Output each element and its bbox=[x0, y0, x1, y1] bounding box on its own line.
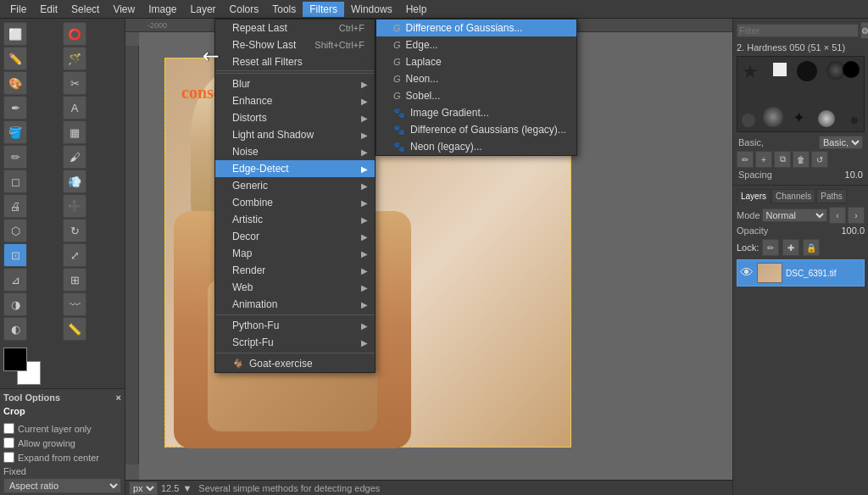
tool-paintbrush[interactable]: 🖌 bbox=[63, 145, 86, 169]
color-chips bbox=[3, 348, 41, 385]
mode-prev-btn[interactable]: ‹ bbox=[829, 207, 846, 224]
web-item[interactable]: Web bbox=[215, 279, 375, 296]
script-fu-item[interactable]: Script-Fu bbox=[215, 334, 375, 351]
brush-refresh-btn[interactable]: ↺ bbox=[811, 151, 828, 168]
neon-legacy-item[interactable]: 🐾 Neon (legacy)... bbox=[376, 138, 576, 155]
layers-panel: Layers Channels Paths Mode Normal ‹ › Op… bbox=[733, 186, 868, 495]
goat-exercise-item[interactable]: 🐐 Goat-exercise bbox=[215, 355, 375, 372]
fixed-select[interactable]: Aspect ratio bbox=[3, 478, 121, 493]
tool-select-by-color[interactable]: 🎨 bbox=[3, 71, 27, 95]
map-item[interactable]: Map bbox=[215, 245, 375, 262]
mode-next-btn[interactable]: › bbox=[848, 207, 865, 224]
tool-pencil[interactable]: ✏ bbox=[3, 145, 27, 169]
combine-item[interactable]: Combine bbox=[215, 194, 375, 211]
diff-gaussians-legacy-item[interactable]: 🐾 Difference of Gaussians (legacy)... bbox=[376, 121, 576, 138]
layer-name: DSC_6391.tif bbox=[786, 269, 861, 278]
tool-blend[interactable]: ▦ bbox=[63, 120, 86, 144]
zoom-arrow[interactable]: ▼ bbox=[182, 483, 192, 493]
blur-item[interactable]: Blur bbox=[215, 75, 375, 92]
tool-options-close[interactable]: × bbox=[116, 392, 121, 403]
lock-all-btn[interactable]: 🔒 bbox=[803, 239, 820, 256]
unit-select[interactable]: px bbox=[129, 481, 158, 495]
image-gradient-item[interactable]: 🐾 Image Gradient... bbox=[376, 104, 576, 121]
edge-detect-item[interactable]: Edge-Detect bbox=[215, 160, 375, 177]
tool-paths[interactable]: ✒ bbox=[3, 96, 27, 120]
menu-file[interactable]: File bbox=[3, 2, 33, 17]
laplace-item[interactable]: G Laplace bbox=[376, 53, 576, 70]
tool-blur-sharpen[interactable]: ◑ bbox=[3, 292, 27, 316]
tool-text[interactable]: A bbox=[63, 96, 86, 120]
tool-heal[interactable]: ➕ bbox=[63, 194, 86, 218]
brush-edit-btn[interactable]: ✏ bbox=[737, 151, 754, 168]
tool-free-select[interactable]: ✏️ bbox=[3, 47, 27, 70]
filters-menu[interactable]: Repeat Last Ctrl+F Re-Show Last Shift+Ct… bbox=[214, 19, 376, 373]
tool-transform[interactable]: ⊞ bbox=[63, 268, 86, 292]
edge-item[interactable]: G Edge... bbox=[376, 36, 576, 53]
menu-view[interactable]: View bbox=[106, 2, 142, 17]
tool-scale[interactable]: ⤢ bbox=[63, 243, 86, 267]
python-fu-item[interactable]: Python-Fu bbox=[215, 317, 375, 334]
tool-bucket-fill[interactable]: 🪣 bbox=[3, 120, 27, 144]
tool-scissors[interactable]: ✂ bbox=[63, 71, 86, 95]
brush-options-btn[interactable]: ⚙ bbox=[860, 22, 868, 39]
tool-airbrush[interactable]: 💨 bbox=[63, 170, 86, 193]
sobel-item[interactable]: G Sobel... bbox=[376, 87, 576, 104]
menu-filters[interactable]: Filters bbox=[303, 2, 344, 17]
reshow-last-item[interactable]: Re-Show Last Shift+Ctrl+F bbox=[215, 36, 375, 53]
tool-crop[interactable]: ⊡ bbox=[3, 243, 27, 267]
tool-dodge-burn[interactable]: ◐ bbox=[3, 317, 27, 341]
brush-delete-btn[interactable]: 🗑 bbox=[793, 151, 810, 168]
tool-perspective[interactable]: ⬡ bbox=[3, 219, 27, 242]
tab-paths[interactable]: Paths bbox=[816, 189, 847, 203]
layer-item[interactable]: 👁 DSC_6391.tif bbox=[737, 259, 865, 286]
animation-item[interactable]: Animation bbox=[215, 296, 375, 313]
tool-rect-select[interactable]: ⬜ bbox=[3, 22, 27, 46]
diff-gaussians-item[interactable]: G Difference of Gaussians... bbox=[376, 19, 576, 36]
light-shadow-item[interactable]: Light and Shadow bbox=[215, 126, 375, 143]
menu-colors[interactable]: Colors bbox=[223, 2, 266, 17]
preset-row: Basic, Basic, bbox=[737, 136, 865, 149]
repeat-last-item[interactable]: Repeat Last Ctrl+F bbox=[215, 19, 375, 36]
generic-item[interactable]: Generic bbox=[215, 177, 375, 194]
decor-item[interactable]: Decor bbox=[215, 228, 375, 245]
mode-select[interactable]: Normal bbox=[762, 209, 827, 222]
tool-ellipse-select[interactable]: ⭕ bbox=[63, 22, 86, 46]
menu-image[interactable]: Image bbox=[142, 2, 183, 17]
tool-shear[interactable]: ⊿ bbox=[3, 268, 27, 292]
enhance-item[interactable]: Enhance bbox=[215, 92, 375, 109]
expand-from-center-checkbox[interactable] bbox=[3, 452, 14, 463]
allow-growing-checkbox[interactable] bbox=[3, 437, 14, 448]
tool-eraser[interactable]: ◻ bbox=[3, 170, 27, 193]
menu-windows[interactable]: Windows bbox=[344, 2, 399, 17]
tool-clone[interactable]: 🖨 bbox=[3, 194, 27, 218]
distorts-item[interactable]: Distorts bbox=[215, 109, 375, 126]
neon-item[interactable]: G Neon... bbox=[376, 70, 576, 87]
repeat-last-shortcut: Ctrl+F bbox=[339, 23, 364, 33]
current-layer-checkbox[interactable] bbox=[3, 423, 14, 434]
menu-layer[interactable]: Layer bbox=[184, 2, 223, 17]
tool-fuzzy-select[interactable]: 🪄 bbox=[63, 47, 86, 70]
menu-edit[interactable]: Edit bbox=[33, 2, 64, 17]
brush-filter-input[interactable] bbox=[737, 24, 859, 37]
menu-select[interactable]: Select bbox=[64, 2, 106, 17]
preset-select[interactable]: Basic, bbox=[819, 136, 863, 149]
tool-smudge[interactable]: 〰 bbox=[63, 292, 86, 316]
neon-icon: G bbox=[393, 74, 401, 84]
menu-help[interactable]: Help bbox=[399, 2, 434, 17]
reset-all-item[interactable]: Reset all Filters bbox=[215, 53, 375, 70]
layer-visibility-icon[interactable]: 👁 bbox=[740, 265, 754, 281]
lock-pixels-btn[interactable]: ✏ bbox=[762, 239, 779, 256]
render-item[interactable]: Render bbox=[215, 262, 375, 279]
tab-channels[interactable]: Channels bbox=[771, 189, 815, 203]
brush-new-btn[interactable]: + bbox=[755, 151, 772, 168]
tab-layers[interactable]: Layers bbox=[737, 189, 771, 203]
artistic-item[interactable]: Artistic bbox=[215, 211, 375, 228]
fg-color-chip[interactable] bbox=[3, 348, 27, 371]
tool-rotate[interactable]: ↻ bbox=[63, 219, 86, 242]
tool-measure[interactable]: 📏 bbox=[63, 317, 86, 341]
lock-position-btn[interactable]: ✚ bbox=[782, 239, 799, 256]
brush-duplicate-btn[interactable]: ⧉ bbox=[774, 151, 791, 168]
edge-detect-submenu[interactable]: G Difference of Gaussians... G Edge... G… bbox=[376, 19, 577, 156]
menu-tools[interactable]: Tools bbox=[265, 2, 303, 17]
noise-item[interactable]: Noise bbox=[215, 143, 375, 160]
